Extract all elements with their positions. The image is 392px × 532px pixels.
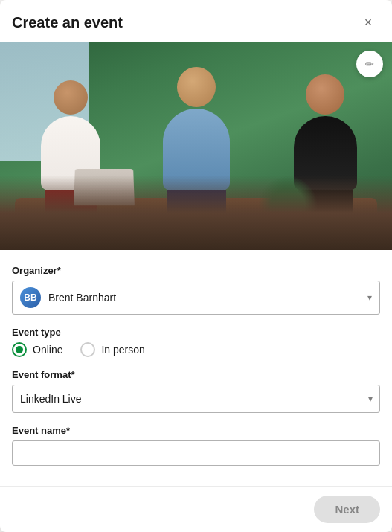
person-right-head <box>306 74 344 115</box>
radio-option-in-person[interactable]: In person <box>80 342 144 357</box>
pencil-icon: ✏ <box>365 58 374 70</box>
event-name-input[interactable] <box>12 440 380 466</box>
event-type-label: Event type <box>12 327 380 338</box>
modal-header: Create an event × <box>0 0 392 42</box>
organizer-name: Brent Barnhart <box>48 292 353 304</box>
hero-photo-bg <box>0 42 392 250</box>
event-format-select[interactable]: LinkedIn Live Webinar Conference <box>12 385 380 413</box>
radio-label-online: Online <box>33 344 62 356</box>
event-name-field: Event name* <box>12 425 380 466</box>
event-name-label: Event name* <box>12 425 380 436</box>
event-type-radio-group: Online In person <box>12 342 380 357</box>
modal-title: Create an event <box>12 14 123 31</box>
radio-option-online[interactable]: Online <box>12 342 62 357</box>
radio-circle-online <box>12 342 27 357</box>
organizer-label: Organizer* <box>12 265 380 276</box>
avatar-initials: BB <box>24 292 36 303</box>
create-event-modal: Create an event × <box>0 0 392 532</box>
modal-body: Organizer* BB Brent Barnhart ▾ Event typ… <box>0 250 392 486</box>
radio-circle-in-person <box>80 342 95 357</box>
radio-label-in-person: In person <box>101 344 144 356</box>
event-format-label: Event format* <box>12 369 380 380</box>
event-type-field: Event type Online In person <box>12 327 380 357</box>
edit-hero-button[interactable]: ✏ <box>356 51 383 77</box>
next-button[interactable]: Next <box>314 496 380 523</box>
person-left-head <box>54 80 88 115</box>
person-center-head <box>177 67 216 107</box>
chevron-down-icon: ▾ <box>367 292 372 303</box>
event-format-field: Event format* LinkedIn Live Webinar Conf… <box>12 369 380 413</box>
hero-image: ✏ <box>0 42 392 250</box>
organizer-avatar: BB <box>20 287 41 308</box>
organizer-field: Organizer* BB Brent Barnhart ▾ <box>12 265 380 315</box>
event-format-select-wrapper: LinkedIn Live Webinar Conference ▾ <box>12 385 380 413</box>
organizer-select[interactable]: BB Brent Barnhart ▾ <box>12 281 380 315</box>
close-button[interactable]: × <box>356 10 380 34</box>
floor <box>0 176 392 250</box>
modal-footer: Next <box>0 486 392 532</box>
